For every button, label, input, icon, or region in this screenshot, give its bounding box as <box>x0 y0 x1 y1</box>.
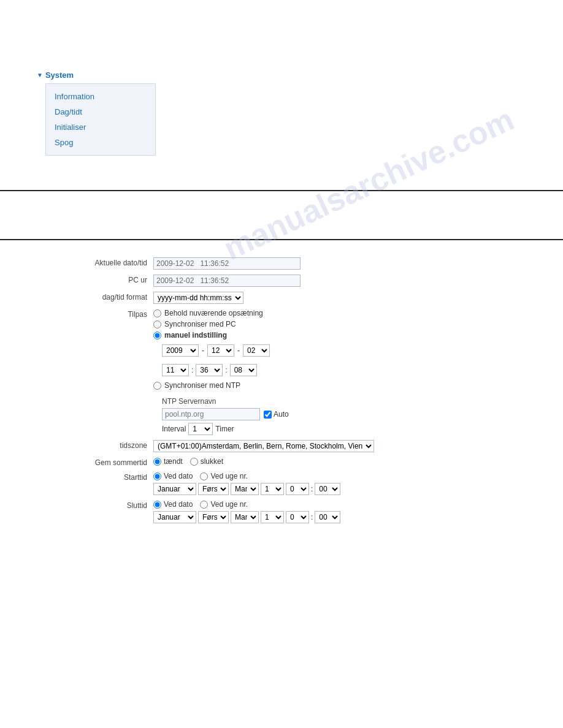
starttid-label: Starttid <box>80 472 153 482</box>
radio-ntp-label: Synchroniser med NTP <box>164 381 240 390</box>
aktuelle-control <box>153 257 538 270</box>
watermark: manualsarchive.com <box>218 100 519 267</box>
sluttid-dropdowns: Januar Først Man 1 0 : 00 <box>153 511 538 523</box>
aktuelle-row: Aktuelle dato/tid <box>80 257 538 270</box>
pc-ur-control <box>153 275 538 287</box>
auto-label: Auto <box>274 410 289 419</box>
tidszone-control: (GMT+01:00)Amsterdam, Berlin, Bern, Rome… <box>153 440 538 452</box>
start-m-select[interactable]: 00 <box>315 483 340 495</box>
gem-radio-row: tændt slukket <box>153 457 538 466</box>
start-month-select[interactable]: Januar <box>153 483 196 495</box>
slukket-label: slukket <box>201 457 223 466</box>
end-day-select[interactable]: Man <box>231 511 259 523</box>
end-ved-uge-label: Ved uge nr. <box>210 500 248 509</box>
minute-select[interactable]: 36 <box>196 364 223 376</box>
ntp-section: NTP Servernavn Auto Interval 1 Time <box>162 395 538 435</box>
month-select[interactable]: 12 <box>207 344 234 357</box>
start-week-select[interactable]: Først <box>198 483 229 495</box>
dag-format-label: dag/tid format <box>80 292 153 301</box>
end-week-select[interactable]: Først <box>198 511 229 523</box>
end-m-select[interactable]: 00 <box>315 511 340 523</box>
sluttid-control: Ved dato Ved uge nr. Januar Først Man <box>153 500 538 523</box>
manuel-date-row: 2009 - 12 - 02 <box>162 344 538 357</box>
ntp-input-row: Auto <box>162 408 538 420</box>
main-content: Aktuelle dato/tid PC ur dag/tid format y… <box>80 257 538 528</box>
radio-taendt[interactable] <box>153 458 161 466</box>
start-ved-dato-item: Ved dato <box>153 472 193 480</box>
sluttid-radio-row: Ved dato Ved uge nr. <box>153 500 538 509</box>
tidszone-label: tidszone <box>80 440 153 450</box>
interval-label: Interval <box>162 425 186 433</box>
radio-start-ved-uge[interactable] <box>200 472 208 480</box>
tilpas-label: Tilpas <box>80 309 153 319</box>
dag-format-select[interactable]: yyyy-mm-dd hh:mm:ss <box>153 292 243 304</box>
tilpas-radio-group: Behold nuværende opsætning Synchroniser … <box>153 309 538 435</box>
start-h-select[interactable]: 0 <box>286 483 309 495</box>
divider-top <box>0 190 563 191</box>
sidebar-item-information[interactable]: Information <box>46 89 155 104</box>
aktuelle-input <box>153 257 301 270</box>
radio-manuel[interactable] <box>153 332 161 339</box>
arrow-icon: ▼ <box>37 72 43 78</box>
pc-ur-row: PC ur <box>80 275 538 287</box>
sluttid-row: Sluttid Ved dato Ved uge nr. Januar Førs… <box>80 500 538 523</box>
tidszone-row: tidszone (GMT+01:00)Amsterdam, Berlin, B… <box>80 440 538 452</box>
start-day-select[interactable]: Man <box>231 483 259 495</box>
sidebar-item-dag-tidt[interactable]: Dag/tidt <box>46 104 155 119</box>
radio-manuel-label: manuel indstilling <box>164 331 227 339</box>
end-ved-uge-item: Ved uge nr. <box>200 500 248 509</box>
start-ved-uge-label: Ved uge nr. <box>210 472 248 480</box>
radio-end-ved-dato[interactable] <box>153 501 161 509</box>
divider-bottom <box>0 239 563 240</box>
taendt-label: tændt <box>164 457 183 466</box>
sidebar: ▼ System Information Dag/tidt Initialise… <box>37 70 184 156</box>
end-num-select[interactable]: 1 <box>261 511 284 523</box>
interval-select[interactable]: 1 <box>188 423 213 435</box>
end-h-select[interactable]: 0 <box>286 511 309 523</box>
start-ved-dato-label: Ved dato <box>164 472 193 480</box>
second-select[interactable]: 08 <box>230 364 257 376</box>
starttid-control: Ved dato Ved uge nr. Januar Først Man <box>153 472 538 495</box>
gem-label: Gem sommertid <box>80 457 153 467</box>
sidebar-item-spog[interactable]: Spog <box>46 135 155 150</box>
start-ved-uge-item: Ved uge nr. <box>200 472 248 480</box>
radio-sync-pc[interactable] <box>153 320 161 328</box>
end-ved-dato-label: Ved dato <box>164 500 193 509</box>
day-select[interactable]: 02 <box>243 344 270 357</box>
system-nav-header[interactable]: ▼ System <box>37 70 184 80</box>
auto-checkbox-row: Auto <box>264 410 289 419</box>
tilpas-row: Tilpas Behold nuværende opsætning Synchr… <box>80 309 538 435</box>
radio-ntp[interactable] <box>153 382 161 390</box>
auto-checkbox[interactable] <box>264 411 272 419</box>
year-select[interactable]: 2009 <box>162 344 199 357</box>
radio-behold-label: Behold nuværende opsætning <box>164 309 263 317</box>
radio-slukket[interactable] <box>190 458 198 466</box>
ntp-server-label: NTP Servernavn <box>162 397 538 406</box>
radio-manuel-row: manuel indstilling <box>153 331 538 339</box>
sidebar-item-initialiser[interactable]: Initialiser <box>46 119 155 135</box>
radio-sync-pc-label: Synchroniser med PC <box>164 320 236 328</box>
start-num-select[interactable]: 1 <box>261 483 284 495</box>
hour-select[interactable]: 11 <box>162 364 189 376</box>
timer-label: Timer <box>215 425 234 433</box>
interval-row: Interval 1 Timer <box>162 423 538 435</box>
end-ved-dato-item: Ved dato <box>153 500 193 509</box>
dag-format-row: dag/tid format yyyy-mm-dd hh:mm:ss <box>80 292 538 304</box>
tidszone-select[interactable]: (GMT+01:00)Amsterdam, Berlin, Bern, Rome… <box>153 440 374 452</box>
ntp-input[interactable] <box>162 408 260 420</box>
starttid-row: Starttid Ved dato Ved uge nr. Januar Før… <box>80 472 538 495</box>
gem-control: tændt slukket <box>153 457 538 466</box>
radio-start-ved-dato[interactable] <box>153 472 161 480</box>
starttid-radio-row: Ved dato Ved uge nr. <box>153 472 538 480</box>
radio-behold-row: Behold nuværende opsætning <box>153 309 538 317</box>
end-month-select[interactable]: Januar <box>153 511 196 523</box>
dag-format-control: yyyy-mm-dd hh:mm:ss <box>153 292 538 304</box>
radio-end-ved-uge[interactable] <box>200 501 208 509</box>
radio-behold[interactable] <box>153 309 161 317</box>
tilpas-control: Behold nuværende opsætning Synchroniser … <box>153 309 538 435</box>
sidebar-nav: Information Dag/tidt Initialiser Spog <box>45 83 156 156</box>
manuel-time-row: 11 : 36 : 08 <box>162 364 538 376</box>
gem-row: Gem sommertid tændt slukket <box>80 457 538 467</box>
pc-ur-label: PC ur <box>80 275 153 284</box>
slukket-item: slukket <box>190 457 223 466</box>
